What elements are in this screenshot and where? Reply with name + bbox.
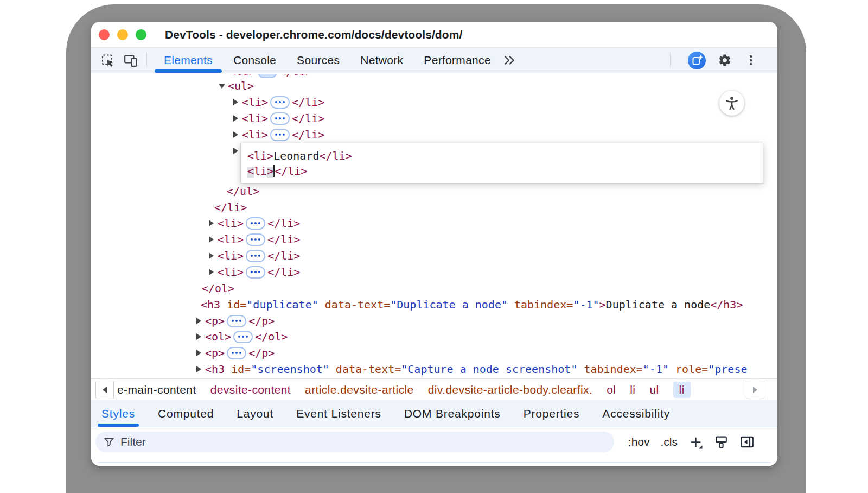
ellipsis-pill-icon[interactable]: [270, 129, 290, 141]
expand-arrow-icon[interactable]: [209, 220, 214, 226]
dom-tree-row[interactable]: <li></li>: [233, 94, 324, 110]
code-token: </li>: [292, 96, 324, 109]
tab-console[interactable]: Console: [223, 48, 286, 73]
breadcrumb-bar: e-main-contentdevsite-contentarticle.dev…: [91, 378, 777, 400]
filter-input[interactable]: Filter: [95, 432, 614, 452]
tab-sources[interactable]: Sources: [286, 48, 350, 73]
ellipsis-pill-icon[interactable]: [233, 331, 253, 343]
tab-network[interactable]: Network: [350, 48, 413, 73]
expand-arrow-icon[interactable]: [233, 131, 238, 138]
tab-performance[interactable]: Performance: [413, 48, 501, 73]
sidebar-tab-properties[interactable]: Properties: [524, 400, 580, 427]
ellipsis-pill-icon[interactable]: [246, 266, 265, 279]
dom-tree-row[interactable]: </ul>: [227, 183, 259, 199]
kebab-menu-icon[interactable]: [744, 53, 758, 67]
expand-arrow-icon[interactable]: [233, 99, 238, 105]
breadcrumb-item[interactable]: article.devsite-article: [305, 383, 414, 396]
sidebar-tab-dom-breakpoints[interactable]: DOM Breakpoints: [404, 400, 501, 427]
ellipsis-pill-icon[interactable]: [227, 347, 246, 359]
tab-elements[interactable]: Elements: [154, 48, 223, 73]
breadcrumb-item[interactable]: li: [630, 383, 635, 396]
expand-arrow-icon[interactable]: [196, 350, 201, 356]
code-token: "screenshot": [251, 363, 336, 376]
breadcrumb-item[interactable]: div.devsite-article-body.clearfix.: [428, 383, 592, 396]
breadcrumb-item[interactable]: devsite-content: [210, 383, 291, 396]
collapse-arrow-icon[interactable]: [219, 84, 225, 89]
maximize-window-button[interactable]: [136, 29, 146, 40]
accessibility-button[interactable]: [719, 91, 744, 116]
crumb-back-button[interactable]: [95, 381, 114, 399]
dom-tree-row[interactable]: <ol></ol>: [196, 328, 288, 345]
device-toolbar-icon[interactable]: [124, 53, 138, 67]
code-token: </li>: [214, 201, 247, 214]
code-token: tabindex=: [584, 363, 642, 376]
dom-tree: <li>Leonard</li><li></li> <li></li><ul><…: [91, 74, 777, 378]
ellipsis-pill-icon[interactable]: [246, 217, 265, 230]
breadcrumb-item[interactable]: li: [673, 382, 691, 398]
ellipsis-pill-icon[interactable]: [270, 112, 290, 125]
code-token: <li>: [218, 266, 244, 279]
code-token: <li>: [218, 249, 244, 262]
expand-arrow-icon[interactable]: [196, 318, 201, 324]
code-token: </li>: [292, 128, 324, 141]
expand-arrow-icon[interactable]: [233, 148, 238, 154]
breadcrumb-item[interactable]: e-main-content: [117, 383, 196, 396]
dom-tree-row[interactable]: <p></p>: [196, 345, 275, 361]
minimize-window-button[interactable]: [117, 29, 128, 40]
dom-tree-row[interactable]: <li></li>: [233, 110, 324, 127]
expand-arrow-icon[interactable]: [233, 115, 238, 122]
expand-arrow-icon[interactable]: [209, 252, 214, 259]
dom-tree-row[interactable]: <li></li>: [209, 215, 300, 231]
ai-assistance-icon[interactable]: [688, 52, 706, 69]
breadcrumb-item[interactable]: ol: [607, 383, 616, 396]
code-token: <li>: [218, 217, 244, 230]
close-window-button[interactable]: [99, 29, 110, 40]
crumb-forward-button[interactable]: [746, 381, 764, 399]
inspect-icon[interactable]: [101, 53, 115, 67]
settings-gear-icon[interactable]: [718, 53, 732, 67]
code-token: </ol>: [255, 330, 288, 343]
ellipsis-pill-icon[interactable]: [258, 74, 277, 78]
new-style-rule-icon[interactable]: [688, 435, 703, 450]
dom-tree-row[interactable]: <ul>: [220, 78, 254, 94]
ellipsis-pill-icon[interactable]: [246, 250, 265, 262]
code-token: "-1": [643, 363, 675, 376]
sidebar-tab-computed[interactable]: Computed: [158, 400, 214, 427]
dom-tree-row[interactable]: <li></li>: [209, 231, 300, 248]
toggle-element-state[interactable]: :hov: [628, 435, 650, 448]
styles-filter-row: Filter :hov .cls: [91, 427, 777, 466]
dock-sidebar-icon[interactable]: [739, 434, 755, 450]
dom-tree-row[interactable]: </ol>: [202, 280, 234, 296]
sidebar-tab-layout[interactable]: Layout: [237, 400, 273, 427]
dom-tree-row[interactable]: <h3 id="screenshot" data-text="Capture a…: [196, 361, 747, 377]
code-token: data-text=: [336, 363, 401, 376]
code-token: <h3: [205, 363, 231, 376]
node-edit-box[interactable]: <li>Leonard</li><li></li>: [240, 143, 763, 184]
toggle-class[interactable]: .cls: [661, 435, 678, 448]
dom-tree-row[interactable]: <li></li>: [233, 127, 324, 143]
breadcrumb-item[interactable]: ul: [649, 383, 659, 396]
expand-arrow-icon[interactable]: [209, 269, 214, 275]
dom-tree-row[interactable]: <li></li>: [209, 248, 300, 264]
expand-arrow-icon[interactable]: [196, 366, 201, 372]
sidebar-tab-accessibility[interactable]: Accessibility: [602, 400, 670, 427]
ellipsis-pill-icon[interactable]: [246, 233, 265, 246]
code-token: </li>: [267, 249, 300, 262]
code-token: >: [599, 298, 606, 311]
dom-tree-row[interactable]: <p></p>: [196, 313, 275, 329]
sidebar-tab-styles[interactable]: Styles: [101, 400, 135, 427]
devtools-toolbar: ElementsConsoleSourcesNetworkPerformance: [91, 48, 777, 73]
code-token: </li>: [292, 112, 324, 125]
dom-tree-row[interactable]: </li>: [214, 199, 247, 216]
dom-tree-row[interactable]: <h3 id="duplicate" data-text="Duplicate …: [201, 296, 743, 313]
ellipsis-pill-icon[interactable]: [270, 96, 290, 109]
more-tabs-icon[interactable]: [502, 53, 516, 67]
dom-tree-row[interactable]: <li></li>: [209, 264, 300, 280]
titlebar: DevTools - developer.chrome.com/docs/dev…: [91, 22, 777, 48]
brush-icon[interactable]: [714, 435, 729, 450]
ellipsis-pill-icon[interactable]: [227, 315, 246, 327]
code-token: "Duplicate a node": [390, 298, 514, 311]
expand-arrow-icon[interactable]: [196, 333, 201, 340]
expand-arrow-icon[interactable]: [209, 236, 214, 243]
sidebar-tab-event-listeners[interactable]: Event Listeners: [296, 400, 381, 427]
